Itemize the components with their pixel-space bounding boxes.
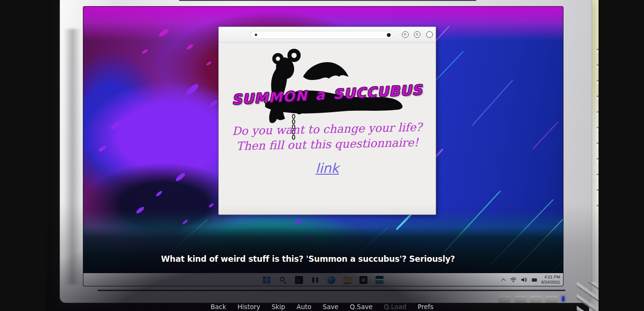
file-explorer-icon[interactable] [343,276,351,284]
browser-extension-button[interactable] [402,31,409,38]
monitor-side-vents [597,49,599,220]
clock-time: 4:21 PM [541,275,560,280]
system-tray: 4:21 PM 6/24/2021 [502,274,560,286]
volume-icon[interactable] [521,277,528,283]
bezel-seam [98,290,565,291]
quickmenu-save[interactable]: Save [323,303,339,311]
dialogue-text: What kind of weird stuff is this? 'Summo… [161,254,455,264]
extension-glyph [404,33,406,36]
quickmenu-qsave[interactable]: Q.Save [350,303,373,311]
address-bar-icon[interactable] [387,33,391,37]
chevron-up-icon[interactable] [501,278,506,283]
wifi-icon[interactable] [510,277,517,283]
quickmenu-history[interactable]: History [237,303,260,311]
quickmenu-auto[interactable]: Auto [296,303,311,311]
monitor-button-2 [514,296,527,302]
browser-menu-button[interactable] [426,31,433,38]
search-icon[interactable] [279,276,287,284]
monitor-button-4 [546,296,558,302]
address-bar[interactable] [250,31,394,39]
vn-game-screenshot: SUMMON a SUCCUBUS Do you want to change … [0,0,644,311]
profile-glyph [416,33,418,36]
quickmenu-back[interactable]: Back [211,303,226,311]
quick-menu: Back History Skip Auto Save Q.Save Q.Loa… [45,303,599,311]
edge-browser-icon[interactable] [327,276,335,284]
clock-date: 6/24/2021 [541,280,560,285]
monitor-frame-shade [64,29,81,284]
photos-dark-app-icon[interactable] [295,276,303,284]
browser-profile-button[interactable] [414,31,420,38]
quickmenu-prefs[interactable]: Prefs [418,303,433,311]
questionnaire-link[interactable]: link [219,162,436,175]
browser-page: SUMMON a SUCCUBUS Do you want to change … [219,43,436,214]
taskbar-clock[interactable]: 4:21 PM 6/24/2021 [541,275,560,285]
favicon-dot [255,34,257,36]
task-view-icon[interactable] [311,276,319,284]
store-app-icon[interactable] [359,276,367,284]
quickmenu-qload: Q.Load [384,303,406,311]
monitor-button-3 [530,296,542,302]
mail-app-icon[interactable] [376,276,384,284]
pen-input-icon[interactable] [532,278,537,282]
game-stage[interactable]: SUMMON a SUCCUBUS Do you want to change … [45,0,599,311]
start-button-icon[interactable] [263,276,271,284]
taskbar: 4:21 PM 6/24/2021 [83,273,563,286]
monitor-screen: SUMMON a SUCCUBUS Do you want to change … [83,6,564,286]
monitor-button-1 [498,296,510,302]
quickmenu-skip[interactable]: Skip [271,303,285,311]
browser-chrome [219,27,436,43]
questionnaire-heading: Do you want to change your life? Then fi… [219,120,436,154]
browser-window: SUMMON a SUCCUBUS Do you want to change … [218,27,436,215]
power-led [562,296,564,302]
monitor-top-seam [179,0,476,1]
